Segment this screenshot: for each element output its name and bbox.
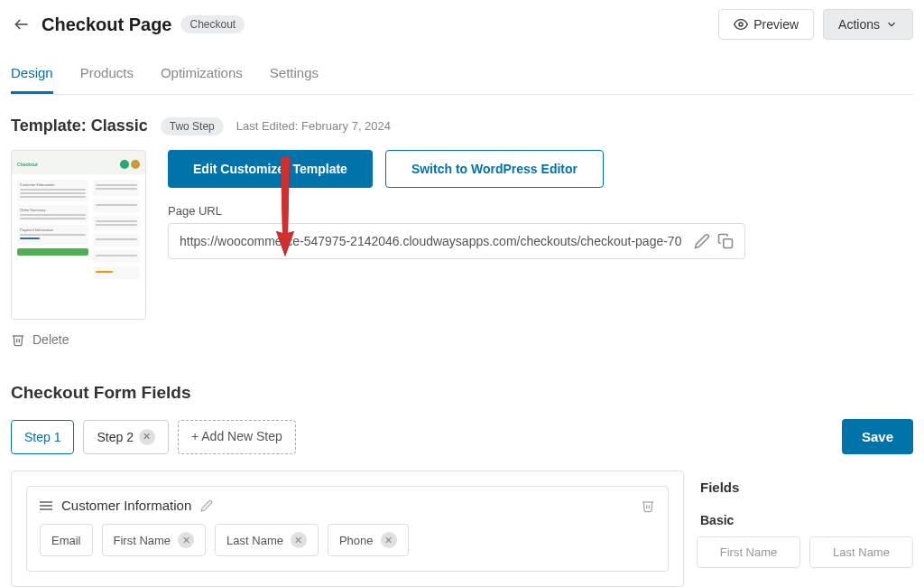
template-title: Template: Classic [11, 116, 148, 135]
delete-button[interactable]: Delete [11, 332, 146, 347]
preview-label: Preview [753, 17, 799, 32]
add-step-button[interactable]: + Add New Step [178, 420, 296, 454]
field-chip-email[interactable]: Email [40, 524, 93, 556]
copy-icon[interactable] [717, 233, 734, 249]
actions-button[interactable]: Actions [823, 9, 913, 40]
actions-label: Actions [838, 17, 880, 32]
fields-side-title: Fields [697, 471, 913, 508]
chip-label: Phone [339, 534, 374, 547]
save-button[interactable]: Save [842, 419, 913, 454]
field-chip-first-name[interactable]: First Name ✕ [102, 524, 207, 556]
fields-main-panel: Customer Information Email First Name ✕ … [11, 471, 684, 587]
eye-icon [734, 17, 748, 32]
pencil-icon[interactable] [200, 499, 213, 512]
close-icon[interactable]: ✕ [139, 429, 155, 445]
fields-side-basic: Basic [697, 508, 913, 536]
close-icon[interactable]: ✕ [381, 532, 397, 548]
annotation-arrow [258, 148, 312, 266]
chip-label: Last Name [226, 534, 283, 547]
tab-optimizations[interactable]: Optimizations [161, 58, 243, 94]
tab-products[interactable]: Products [80, 58, 134, 94]
page-url-input[interactable] [180, 234, 687, 248]
field-chip-phone[interactable]: Phone ✕ [328, 524, 409, 556]
svg-point-1 [739, 23, 743, 26]
back-arrow[interactable] [11, 14, 32, 35]
tab-settings[interactable]: Settings [270, 58, 319, 94]
checkout-badge: Checkout [180, 15, 245, 33]
close-icon[interactable]: ✕ [178, 532, 194, 548]
step-2-tab[interactable]: Step 2 ✕ [83, 420, 168, 454]
template-badge: Two Step [161, 117, 224, 135]
customer-info-section: Customer Information Email First Name ✕ … [26, 486, 669, 572]
side-chip-last-name[interactable]: Last Name [809, 536, 913, 568]
customer-info-title: Customer Information [61, 498, 191, 513]
preview-button[interactable]: Preview [718, 9, 814, 40]
pencil-icon[interactable] [694, 233, 710, 249]
close-icon[interactable]: ✕ [291, 532, 307, 548]
field-chip-last-name[interactable]: Last Name ✕ [215, 524, 319, 556]
svg-rect-2 [724, 239, 733, 248]
last-edited: Last Edited: February 7, 2024 [236, 119, 391, 133]
tab-design[interactable]: Design [11, 58, 53, 94]
step-1-label: Step 1 [24, 430, 60, 444]
delete-label: Delete [32, 332, 69, 347]
chip-label: Email [51, 534, 81, 547]
fields-side-panel: Fields Basic First Name Last Name [697, 471, 913, 587]
step-2-label: Step 2 [97, 430, 133, 444]
form-fields-title: Checkout Form Fields [11, 383, 913, 403]
step-1-tab[interactable]: Step 1 [11, 420, 74, 454]
side-chip-first-name[interactable]: First Name [697, 536, 800, 568]
page-title: Checkout Page [42, 14, 171, 35]
trash-icon[interactable] [641, 498, 655, 513]
template-thumbnail[interactable]: Checkout Customer Information Order Summ… [11, 150, 146, 320]
chevron-down-icon [885, 18, 898, 31]
drag-handle-icon[interactable] [40, 501, 52, 510]
switch-editor-button[interactable]: Switch to WordPress Editor [385, 150, 604, 188]
tabs: Design Products Optimizations Settings [11, 58, 913, 95]
trash-icon [11, 332, 25, 347]
chip-label: First Name [114, 534, 171, 547]
page-url-field [168, 223, 745, 259]
